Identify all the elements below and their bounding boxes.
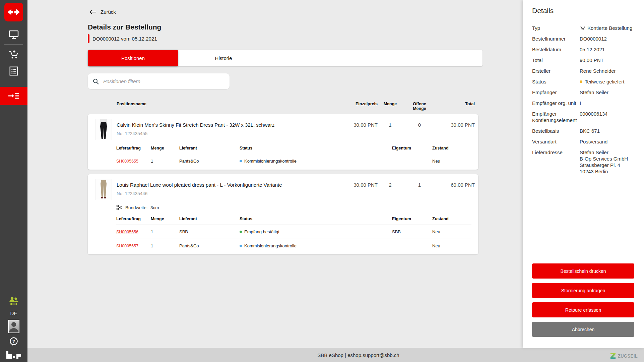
- back-arrow-icon: [89, 9, 96, 15]
- field-bestelldatum: Bestelldatum 05.12.2021: [532, 46, 635, 53]
- field-lieferadresse: Lieferadresse Stefan Seiler B-Op Service…: [532, 149, 635, 175]
- delivery-status: Kommisionierungskontrolle: [240, 243, 392, 248]
- field-empfaenger-org-unit: Empfänger org. unit I: [532, 100, 635, 106]
- details-actions: Bestellschein drucken Stornierung anfrag…: [532, 263, 634, 337]
- product-info: Louis Raphael Luxe wool pleated dress pa…: [117, 179, 341, 200]
- order-list-icon: [9, 66, 19, 76]
- cart-add-icon: [8, 49, 19, 59]
- positions-filter: [88, 73, 230, 89]
- sbb-arrows-icon: [7, 8, 20, 16]
- delivery-condition: Neu: [432, 229, 471, 234]
- deliveries-header: Leferauftrag Menge Lieferant Status Eige…: [116, 146, 471, 154]
- deliveries-table: Leferauftrag Menge Lieferant Status Eige…: [116, 146, 471, 168]
- details-fields: Typ Kontierte Bestellung Bestellnummer D…: [532, 25, 635, 175]
- col-positionsname: Positionsname: [117, 99, 341, 111]
- help-icon: ?: [9, 337, 18, 346]
- zugseil-z-icon: [610, 353, 616, 359]
- status-dot-amber: [580, 80, 582, 83]
- language-switch[interactable]: DE: [10, 310, 17, 316]
- col-total: Total: [436, 99, 475, 111]
- svg-text:?: ?: [12, 339, 15, 344]
- tab-positionen[interactable]: Positionen: [88, 50, 178, 66]
- delivery-status: Empfang bestätigt: [240, 229, 392, 234]
- delivery-qty: 1: [151, 159, 179, 164]
- product-number: No. 122435446: [117, 191, 341, 196]
- delivery-row: SH0005657 1 Pants&Co Kommisionierungskon…: [116, 239, 471, 253]
- print-order-button[interactable]: Bestellschein drucken: [532, 263, 634, 279]
- cart-icon: [580, 25, 585, 31]
- field-ersteller: Ersteller Rene Schneider: [532, 68, 635, 74]
- total-price: 60,00 PNT: [436, 179, 475, 200]
- unit-price: 30,00 PNT: [341, 119, 378, 140]
- delivery-qty: 1: [151, 243, 179, 248]
- page-title: Details zur Bestellung: [88, 23, 523, 31]
- position-card-1: Calvin Klein Men's Skinny Fit Stretch Dr…: [88, 114, 478, 170]
- col-einzelpreis: Einzelpreis: [341, 99, 378, 111]
- details-title: Details: [532, 7, 635, 15]
- delivery-link[interactable]: SH0005656: [116, 230, 138, 234]
- total-price: 30,00 PNT: [436, 119, 475, 140]
- user-switch-icon: [9, 297, 19, 305]
- delivery-qty: 1: [151, 229, 179, 234]
- status-dot-green: [240, 231, 242, 233]
- avatar-photo: [9, 320, 19, 333]
- field-typ: Typ Kontierte Bestellung: [532, 25, 635, 31]
- sidebar-item-kiosk[interactable]: [0, 26, 27, 43]
- product-info: Calvin Klein Men's Skinny Fit Stretch Dr…: [117, 119, 341, 140]
- deliveries-header: Leferauftrag Menge Lieferant Status Eige…: [116, 217, 471, 225]
- delivery-ownership: SBB: [392, 229, 432, 234]
- zugseil-logo: ZUGSEIL: [610, 353, 639, 359]
- delivery-row: SH0005655 1 Pants&Co Kommisionierungskon…: [116, 154, 471, 168]
- field-empfaenger-kontierungselement: Empfänger Kontierungselement 0000006134: [532, 111, 635, 123]
- delivery-condition: Neu: [432, 159, 471, 164]
- user-switch-button[interactable]: [9, 297, 19, 307]
- order-reference: DO0000012 vom 05.12.2021: [88, 34, 523, 43]
- order-ref-accent-bar: [88, 34, 89, 43]
- delivery-link[interactable]: SH0005657: [116, 244, 138, 248]
- position-card-2: Louis Raphael Luxe wool pleated dress pa…: [88, 174, 478, 254]
- field-bestellnummer: Bestellnummer DO0000012: [532, 36, 635, 42]
- modification-row: Bundweite: -3cm: [116, 204, 475, 210]
- product-image-black-pants: [95, 119, 112, 140]
- request-cancellation-button[interactable]: Stornierung anfragen: [532, 283, 634, 298]
- sidebar-bottom: DE ?: [6, 297, 21, 362]
- help-button[interactable]: ?: [9, 337, 18, 348]
- quantity: 2: [378, 179, 403, 200]
- field-bestellbasis: Bestellbasis BKC 671: [532, 128, 635, 134]
- b-op-logo: [6, 351, 21, 360]
- avatar[interactable]: [8, 320, 19, 333]
- positions-filter-input[interactable]: [103, 78, 225, 84]
- delivery-supplier: Pants&Co: [179, 243, 240, 248]
- delivery-link[interactable]: SH0005655: [116, 159, 138, 164]
- quantity: 1: [378, 119, 403, 140]
- col-menge: Menge: [378, 99, 403, 111]
- delivery-status: Kommisionierungskontrolle: [240, 159, 392, 164]
- sbb-logo[interactable]: [4, 3, 23, 21]
- monitor-icon: [8, 30, 19, 39]
- zugseil-brand-text: ZUGSEIL: [618, 353, 638, 359]
- field-status: Status Teilweise geliefert: [532, 78, 635, 85]
- field-total: Total 90,00 PNT: [532, 57, 635, 63]
- search-icon: [92, 78, 99, 85]
- sidebar-item-cart[interactable]: [0, 46, 27, 63]
- tab-historie[interactable]: Historie: [178, 50, 269, 66]
- details-panel: Details Typ Kontierte Bestellung Bestell…: [523, 0, 644, 348]
- sidebar-item-orders[interactable]: [0, 63, 27, 79]
- field-versandart: Versandart Postversand: [532, 138, 635, 145]
- sidebar-item-order-details-active[interactable]: [0, 87, 27, 105]
- product-title: Calvin Klein Men's Skinny Fit Stretch Dr…: [117, 119, 341, 128]
- footer-support-text: SBB eShop | eshop.support@sbb.ch: [317, 352, 399, 358]
- col-offene-menge: Offene Menge: [403, 99, 436, 111]
- product-number: No. 122435455: [117, 131, 341, 136]
- create-return-button[interactable]: Retoure erfassen: [532, 302, 634, 317]
- unit-price: 30,00 PNT: [341, 179, 378, 200]
- goto-list-icon: [8, 91, 20, 101]
- back-label: Zurück: [101, 9, 116, 15]
- sidebar-divider: [4, 44, 23, 45]
- abort-button[interactable]: Abbrechen: [532, 322, 634, 337]
- back-button[interactable]: Zurück: [89, 9, 116, 15]
- status-dot-blue: [240, 160, 242, 162]
- status-dot-blue: [240, 245, 242, 247]
- open-quantity: 0: [403, 119, 436, 140]
- delivery-row: SH0005656 1 SBB Empfang bestätigt SBB Ne…: [116, 225, 471, 239]
